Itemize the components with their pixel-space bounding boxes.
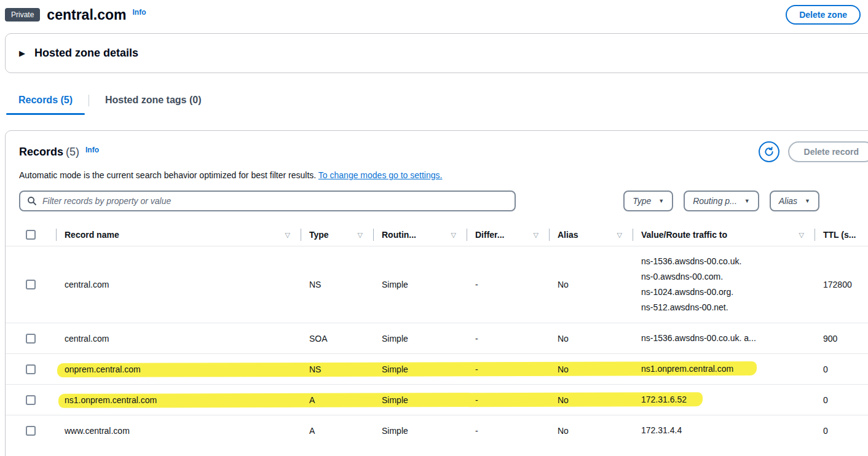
alias-filter-label: Alias — [779, 196, 797, 206]
refresh-icon — [764, 147, 774, 157]
column-header-ttl[interactable]: TTL (s... — [815, 224, 868, 246]
row-checkbox-cell — [6, 419, 56, 443]
refresh-button[interactable] — [759, 141, 779, 162]
hosted-zone-details-title: Hosted zone details — [34, 47, 138, 60]
row-checkbox[interactable] — [26, 395, 36, 405]
column-label: Value/Route traffic to — [641, 230, 727, 240]
row-checkbox-cell — [6, 272, 56, 297]
page-header: Private central.com Info Delete zone — [0, 0, 868, 25]
alias-cell: No — [549, 326, 633, 351]
record-value-cell: ns1.onprem.central.com — [633, 354, 815, 384]
delete-record-button[interactable]: Delete record — [788, 141, 868, 162]
differentiator-cell: - — [467, 357, 549, 382]
chevron-down-icon: ▼ — [744, 198, 750, 204]
filter-search-box[interactable] — [19, 191, 516, 211]
chevron-down-icon: ▼ — [805, 198, 810, 204]
differentiator-cell: - — [467, 326, 549, 351]
routing-filter-label: Routing p... — [693, 196, 737, 206]
type-filter-dropdown[interactable]: Type ▼ — [623, 191, 673, 211]
sort-icon[interactable]: ▽ — [451, 231, 456, 239]
record-value-cell: 172.31.4.4 — [633, 415, 815, 446]
sort-icon[interactable]: ▽ — [358, 231, 363, 239]
records-title: Records — [19, 146, 63, 159]
search-input[interactable] — [42, 196, 508, 206]
record-type-cell: NS — [301, 357, 373, 382]
tab-hosted-zone-tags[interactable]: Hosted zone tags (0) — [92, 90, 215, 115]
alias-cell: No — [549, 357, 633, 382]
records-info-link[interactable]: Info — [85, 146, 99, 154]
record-name-cell: central.com — [56, 326, 301, 351]
records-panel: Records (5) Info Delete record Automatic… — [5, 130, 868, 456]
sort-icon[interactable]: ▽ — [799, 231, 804, 239]
routing-policy-cell: Simple — [373, 419, 467, 443]
private-badge: Private — [5, 8, 40, 22]
table-row: ns1.onprem.central.comASimple-No172.31.6… — [6, 384, 868, 415]
change-modes-settings-link[interactable]: To change modes go to settings. — [318, 170, 443, 180]
records-description-text: Automatic mode is the current search beh… — [19, 170, 316, 180]
title-info-link[interactable]: Info — [132, 8, 146, 17]
ttl-cell: 0 — [815, 388, 868, 412]
delete-zone-button[interactable]: Delete zone — [786, 5, 861, 25]
type-filter-label: Type — [633, 196, 651, 206]
ttl-cell: 0 — [815, 419, 868, 443]
records-count: (5) — [66, 146, 79, 159]
row-checkbox-cell — [6, 326, 56, 351]
record-value-cell: ns-1536.awsdns-00.co.uk.ns-0.awsdns-00.c… — [633, 246, 815, 323]
routing-policy-cell: Simple — [373, 326, 467, 351]
value-line: ns-1024.awsdns-00.org. — [641, 285, 806, 300]
column-header-differentiator[interactable]: Differ... ▽ — [467, 224, 549, 246]
column-header-type[interactable]: Type ▽ — [301, 224, 373, 246]
column-header-value[interactable]: Value/Route traffic to ▽ — [633, 224, 815, 246]
row-checkbox[interactable] — [26, 426, 36, 436]
ttl-cell: 900 — [815, 326, 868, 351]
records-table: Record name ▽ Type ▽ Routin... ▽ Differ.… — [6, 224, 868, 446]
select-all-checkbox[interactable] — [26, 230, 36, 240]
record-type-cell: A — [301, 388, 373, 412]
sort-icon[interactable]: ▽ — [617, 231, 622, 239]
value-line: ns-1536.awsdns-00.co.uk. — [641, 254, 806, 269]
column-header-routing-policy[interactable]: Routin... ▽ — [373, 224, 467, 246]
table-row: central.comNSSimple-Nons-1536.awsdns-00.… — [6, 246, 868, 323]
row-checkbox[interactable] — [26, 280, 36, 289]
value-line: ns-1536.awsdns-00.co.uk. a... — [641, 331, 806, 346]
column-label: Differ... — [475, 230, 504, 240]
filter-dropdowns: Type ▼ Routing p... ▼ Alias ▼ — [623, 191, 819, 211]
routing-policy-cell: Simple — [373, 388, 467, 412]
expand-triangle-icon[interactable]: ▶ — [19, 49, 25, 58]
alias-filter-dropdown[interactable]: Alias ▼ — [770, 191, 819, 211]
record-name-cell: central.com — [56, 272, 301, 297]
alias-cell: No — [549, 272, 633, 297]
tab-records[interactable]: Records (5) — [5, 90, 86, 115]
records-description: Automatic mode is the current search beh… — [6, 170, 868, 180]
sort-icon[interactable]: ▽ — [534, 231, 539, 239]
row-checkbox[interactable] — [26, 334, 36, 344]
column-label: Routin... — [382, 230, 416, 240]
sort-icon[interactable]: ▽ — [285, 231, 290, 239]
column-header-alias[interactable]: Alias ▽ — [549, 224, 633, 246]
value-line: ns-512.awsdns-00.net. — [641, 300, 806, 315]
column-header-record-name[interactable]: Record name ▽ — [56, 224, 301, 246]
search-icon — [27, 196, 37, 206]
differentiator-cell: - — [467, 388, 549, 412]
chevron-down-icon: ▼ — [658, 198, 664, 204]
value-line: 172.31.6.52 — [641, 392, 806, 407]
hosted-zone-details-section[interactable]: ▶ Hosted zone details — [5, 33, 868, 73]
table-header-row: Record name ▽ Type ▽ Routin... ▽ Differ.… — [6, 224, 868, 246]
value-line: ns-0.awsdns-00.com. — [641, 269, 806, 285]
routing-policy-filter-dropdown[interactable]: Routing p... ▼ — [684, 191, 759, 211]
record-type-cell: A — [301, 419, 373, 443]
select-all-cell — [6, 224, 56, 246]
row-checkbox[interactable] — [26, 364, 36, 374]
record-type-cell: SOA — [301, 326, 373, 351]
row-checkbox-cell — [6, 388, 56, 412]
table-row: central.comSOASimple-Nons-1536.awsdns-00… — [6, 323, 868, 353]
alias-cell: No — [549, 388, 633, 412]
tab-bar: Records (5) Hosted zone tags (0) — [5, 90, 868, 115]
record-value-cell: 172.31.6.52 — [633, 385, 815, 415]
table-body: central.comNSSimple-Nons-1536.awsdns-00.… — [6, 246, 868, 446]
record-name-cell: onprem.central.com — [56, 357, 301, 382]
value-line: ns1.onprem.central.com — [641, 361, 806, 377]
tab-divider — [89, 95, 89, 106]
column-label: TTL (s... — [823, 230, 856, 240]
column-label: Type — [309, 230, 329, 240]
